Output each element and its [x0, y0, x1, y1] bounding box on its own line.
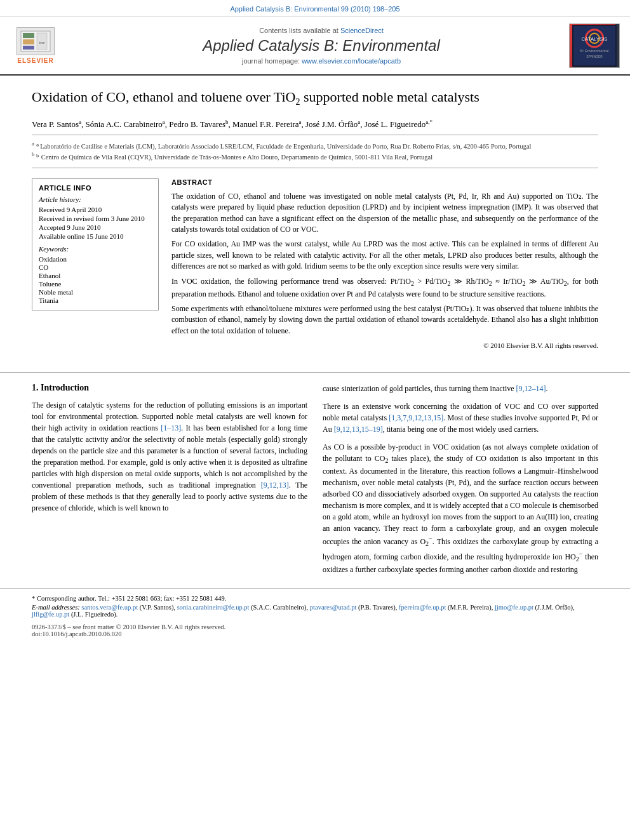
affiliation-a: a ᵃ Laboratório de Catálise e Materiais …: [32, 140, 598, 150]
article-content: Oxidation of CO, ethanol and toluene ove…: [0, 76, 630, 362]
sciencedirect-label: Contents lists available at ScienceDirec…: [74, 27, 569, 34]
svg-text:SPRINGER: SPRINGER: [586, 55, 603, 58]
right-para-1: cause sinterization of gold particles, t…: [323, 383, 598, 394]
intro-heading: 1. Introduction: [32, 383, 307, 393]
svg-text:CATALYSIS: CATALYSIS: [582, 36, 608, 42]
abstract-para-1: The oxidation of CO, ethanol and toluene…: [171, 191, 598, 236]
section-divider: [0, 372, 630, 373]
abstract-copyright: © 2010 Elsevier B.V. All rights reserved…: [171, 342, 598, 349]
keyword-noble-metal: Noble metal: [39, 288, 152, 296]
keyword-toluene: Toluene: [39, 280, 152, 288]
ref-link-voc[interactable]: [1,3,7,9,12,13,15]: [389, 413, 443, 422]
journal-center: Contents lists available at ScienceDirec…: [74, 27, 569, 65]
homepage-link[interactable]: www.elsevier.com/locate/apcatb: [302, 57, 401, 65]
email-pereira[interactable]: fpereira@fe.up.pt: [399, 604, 446, 611]
abstract-title: ABSTRACT: [171, 178, 598, 186]
elsevier-logo-image: tree: [17, 27, 55, 55]
abstract-para-3: In VOC oxidation, the following performa…: [171, 276, 598, 300]
accepted-date: Accepted 9 June 2010: [39, 223, 152, 231]
body-col-left: 1. Introduction The design of catalytic …: [32, 383, 307, 582]
keyword-titania: Titania: [39, 297, 152, 304]
footnote-emails: E-mail addresses: santos.vera@fe.up.pt (…: [32, 604, 598, 618]
journal-homepage: journal homepage: www.elsevier.com/locat…: [74, 57, 569, 65]
article-info-abstract: ARTICLE INFO Article history: Received 9…: [32, 178, 598, 349]
svg-rect-1: [23, 33, 34, 38]
right-para-2: There is an extensive work concerning th…: [323, 401, 598, 435]
body-col-right: cause sinterization of gold particles, t…: [323, 383, 598, 582]
email-santos[interactable]: santos.vera@fe.up.pt: [81, 604, 138, 611]
email-carabineiro[interactable]: sonia.carabineiro@fe.up.pt: [177, 604, 250, 611]
article-info-box: ARTICLE INFO Article history: Received 9…: [32, 178, 159, 310]
revised-date: Received in revised form 3 June 2010: [39, 215, 152, 222]
svg-rect-2: [23, 39, 34, 44]
email-orfao[interactable]: jjmo@fe.up.pt: [495, 604, 533, 611]
ref-link-9-12-13[interactable]: [9,12,13]: [261, 481, 289, 490]
elsevier-logo: tree ELSEVIER: [10, 27, 61, 64]
email-figueiredo[interactable]: jlfig@fe.up.pt: [32, 611, 69, 618]
svg-rect-7: [573, 26, 615, 65]
ref-link-9-12-14[interactable]: [9,12–14]: [516, 384, 546, 393]
authors: Vera P. Santosa, Sónia A.C. Carabineiroa…: [32, 119, 598, 130]
they-text: they: [137, 492, 150, 501]
doi-line: doi:10.1016/j.apcatb.2010.06.020: [32, 630, 598, 637]
and-text: and: [451, 552, 462, 561]
article-info-title: ARTICLE INFO: [39, 184, 152, 192]
received-date: Received 9 April 2010: [39, 206, 152, 213]
journal-logo-right: CATALYSIS B: Environmental SPRINGER: [569, 23, 620, 68]
elsevier-text: ELSEVIER: [17, 57, 53, 64]
journal-header: tree ELSEVIER Contents lists available a…: [0, 17, 630, 76]
footnote-area: * Corresponding author. Tel.: +351 22 50…: [0, 588, 630, 618]
abstract-col: ABSTRACT The oxidation of CO, ethanol an…: [171, 178, 598, 349]
intro-para-1: The design of catalytic systems for the …: [32, 399, 307, 514]
keywords-label: Keywords:: [39, 245, 152, 253]
bottom-copyright: 0926-3373/$ – see front matter © 2010 El…: [0, 620, 630, 641]
sciencedirect-link[interactable]: ScienceDirect: [340, 27, 384, 34]
email-tavares[interactable]: ptavares@utad.pt: [310, 604, 357, 611]
svg-text:tree: tree: [39, 41, 45, 44]
svg-text:B: Environmental: B: Environmental: [580, 49, 608, 53]
top-bar: Applied Catalysis B: Environmental 99 (2…: [0, 0, 630, 17]
ref-link-pt-pd-au[interactable]: [9,12,13,15–19]: [334, 425, 383, 434]
journal-title: Applied Catalysis B: Environmental: [74, 37, 569, 55]
article-info-col: ARTICLE INFO Article history: Received 9…: [32, 178, 159, 349]
affiliation-b: b ᵇ Centro de Química de Vila Real (CQVR…: [32, 151, 598, 161]
keyword-oxidation: Oxidation: [39, 255, 152, 263]
right-para-3: As CO is a possible by-product in VOC ox…: [323, 441, 598, 575]
issn-line: 0926-3373/$ – see front matter © 2010 El…: [32, 623, 598, 630]
keyword-ethanol: Ethanol: [39, 272, 152, 279]
article-title: Oxidation of CO, ethanol and toluene ove…: [32, 88, 598, 109]
body-content: 1. Introduction The design of catalytic …: [0, 383, 630, 582]
abstract-para-4: Some experiments with ethanol/toluene mi…: [171, 303, 598, 337]
svg-rect-3: [23, 46, 34, 50]
footnote-corresponding: * Corresponding author. Tel.: +351 22 50…: [32, 595, 598, 602]
keyword-co: CO: [39, 263, 152, 271]
ref-link-1-13[interactable]: [1–13]: [161, 423, 181, 432]
affiliations: a ᵃ Laboratório de Catálise e Materiais …: [32, 135, 598, 168]
available-date: Available online 15 June 2010: [39, 232, 152, 240]
abstract-para-2: For CO oxidation, Au IMP was the worst c…: [171, 239, 598, 272]
journal-ref-link[interactable]: Applied Catalysis B: Environmental 99 (2…: [230, 5, 399, 13]
history-label: Article history:: [39, 196, 152, 203]
